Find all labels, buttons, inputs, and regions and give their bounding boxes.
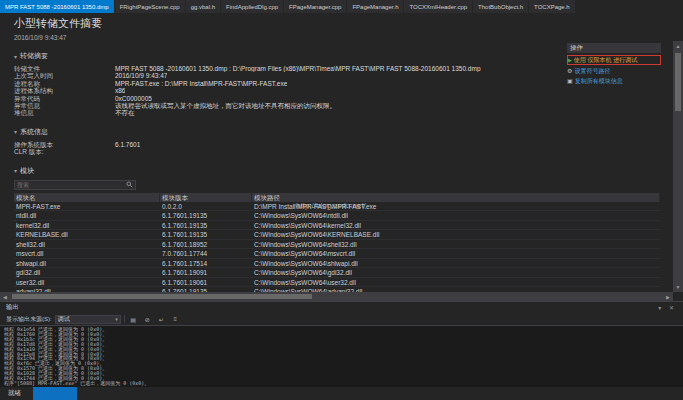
module-version-cell[interactable]: 6.1.7601.19061 xyxy=(160,278,252,288)
action-copy-module-info[interactable]: ▣ 复制所有模块信息 xyxy=(567,77,661,85)
vertical-scroll-thumb[interactable] xyxy=(675,53,681,111)
module-path-cell[interactable]: C:\Windows\SysWOW64\KERNELBASE.dll xyxy=(252,230,660,240)
page-timestamp: 2016/10/9 9:43:47 xyxy=(14,34,673,41)
tab-fpagemanager-h[interactable]: FPageManager.h xyxy=(347,0,403,13)
copy-icon: ▣ xyxy=(567,77,573,85)
system-info-section-header[interactable]: ▾ 系统信息 xyxy=(14,127,673,137)
field-label: 堆信息 xyxy=(14,109,115,116)
field-label: 异常信息 xyxy=(14,102,115,109)
summary-row-heap-info: 堆信息 不存在 xyxy=(14,109,673,116)
summary-row-exception-info: 异常信息 该线程尝试读取或写入某个虚拟地址，而它对该地址不具有相应的访问权限。 xyxy=(14,102,673,109)
output-titlebar[interactable]: 输出 ▾ ✕ xyxy=(0,302,683,313)
vertical-scrollbar[interactable]: ▲ ▼ xyxy=(673,41,683,292)
section-title: 系统信息 xyxy=(20,127,48,137)
column-header-module-version[interactable]: 模块版本 xyxy=(160,193,252,202)
tab-findapplieddlg[interactable]: FindAppliedDlg.cpp xyxy=(221,0,283,13)
csdn-watermark: http://blog.csdn.net/ xyxy=(296,201,366,210)
gear-icon: ⚙ xyxy=(567,67,572,75)
tab-ggvbal[interactable]: gg.vbal.h xyxy=(186,0,220,13)
module-name-cell[interactable]: gdi32.dll xyxy=(14,268,160,278)
output-log[interactable]: 线程 0x1e54 已退出，返回值为 0 (0x0)。 线程 0x1760 已退… xyxy=(0,326,683,387)
module-name-cell[interactable]: kernel32.dll xyxy=(14,221,160,231)
system-info-section: ▾ 系统信息 操作系统版本 6.1.7601 CLR 版本: xyxy=(14,127,673,156)
module-name-cell[interactable]: user32.dll xyxy=(14,278,160,288)
scroll-up-arrow[interactable]: ▲ xyxy=(673,41,683,51)
section-title: 转储摘要 xyxy=(20,51,48,61)
scroll-left-arrow[interactable]: ◀ xyxy=(0,292,10,301)
output-toolbar: 显示输出来源(S): 调试 ▾ ▤ ⊘ ↵ ≡ xyxy=(0,313,683,326)
field-label: 上次写入时间 xyxy=(14,72,115,79)
document-tabbar: MPR FAST 5088 -20160601 1350.dmp FRightP… xyxy=(0,0,683,13)
module-path-cell[interactable]: C:\Windows\SysWOW64\gdi32.dll xyxy=(252,268,660,278)
action-set-symbol-paths[interactable]: ⚙ 设置符号路径 xyxy=(567,67,661,75)
module-path-cell[interactable]: C:\Windows\SysWOW64\ntdll.dll xyxy=(252,211,660,221)
collapse-icon[interactable]: ▾ xyxy=(14,167,17,174)
section-title: 模块 xyxy=(20,166,34,176)
field-value: 不存在 xyxy=(115,109,135,116)
output-source-select[interactable]: 调试 ▾ xyxy=(55,315,121,324)
module-version-cell[interactable]: 6.1.7601.18952 xyxy=(160,240,252,250)
module-name-cell[interactable]: MPR-FAST.exe xyxy=(14,202,160,212)
scroll-right-arrow[interactable]: ▶ xyxy=(663,292,673,301)
field-value: MPR-FAST.exe : D:\MPR Install\MPR-FAST\M… xyxy=(115,80,287,87)
minidump-summary-page: 小型转储文件摘要 2016/10/9 9:43:47 ▾ 转储摘要 转储文件 M… xyxy=(0,13,683,301)
word-wrap-button[interactable]: ↵ xyxy=(156,315,167,324)
action-label: 设置符号路径 xyxy=(574,67,610,75)
module-path-cell[interactable]: C:\Windows\SysWOW64\shlwapi.dll xyxy=(252,259,660,269)
horizontal-scrollbar[interactable]: ◀ ▶ xyxy=(0,292,673,301)
search-icon xyxy=(126,181,133,188)
module-version-cell[interactable]: 0.0.2.0 xyxy=(160,202,252,212)
field-label: 转储文件 xyxy=(14,65,115,72)
tab-fpagemanager-cpp[interactable]: FPageManager.cpp xyxy=(284,0,346,13)
play-icon: ▶ xyxy=(568,56,572,64)
module-version-cell[interactable]: 6.1.7601.19135 xyxy=(160,230,252,240)
module-search-row xyxy=(14,180,673,190)
actions-panel-header: 操作 xyxy=(567,43,661,53)
module-path-cell[interactable]: C:\Windows\SysWOW64\kernel32.dll xyxy=(252,221,660,231)
status-bar: 就绪 xyxy=(0,387,683,400)
module-path-cell[interactable]: C:\Windows\SysWOW64\shell32.dll xyxy=(252,240,660,250)
modules-section-header[interactable]: ▾ 模块 xyxy=(14,166,673,176)
action-debug-native-only[interactable]: ▶ 使用 仅限本机 进行调试 xyxy=(567,55,661,65)
module-name-cell[interactable]: msvcrt.dll xyxy=(14,249,160,259)
field-value: 6.1.7601 xyxy=(115,141,140,148)
module-name-cell[interactable]: shell32.dll xyxy=(14,240,160,250)
module-version-cell[interactable]: 6.1.7601.19135 xyxy=(160,221,252,231)
module-search-input[interactable] xyxy=(17,182,126,188)
tab-frightpagescene[interactable]: FRightPageScene.cpp xyxy=(115,0,185,13)
module-version-cell[interactable]: 6.1.7601.19091 xyxy=(160,268,252,278)
module-search-box[interactable] xyxy=(14,180,136,190)
collapse-icon[interactable]: ▾ xyxy=(14,53,17,60)
output-panel: 输出 ▾ ✕ 显示输出来源(S): 调试 ▾ ▤ ⊘ ↵ ≡ 线程 0x1e54… xyxy=(0,301,683,387)
module-path-cell[interactable]: C:\Windows\SysWOW64\msvcrt.dll xyxy=(252,249,660,259)
module-name-cell[interactable]: KERNELBASE.dll xyxy=(14,230,160,240)
status-ready-text: 就绪 xyxy=(0,389,21,398)
tab-thotbubobject[interactable]: ThotBubObject.h xyxy=(473,0,528,13)
output-title: 输出 xyxy=(6,303,19,312)
clear-output-button[interactable]: ⊘ xyxy=(142,315,153,324)
module-version-cell[interactable]: 6.1.7601.17514 xyxy=(160,259,252,269)
field-label: 异常代码 xyxy=(14,95,115,102)
module-name-cell[interactable]: ntdll.dll xyxy=(14,211,160,221)
module-name-cell[interactable]: shlwapi.dll xyxy=(14,259,160,269)
field-value: MPR FAST 5088 -20160601 1350.dmp : D:\Pr… xyxy=(115,65,481,72)
window-menu-and-close-icons[interactable]: ▾ ✕ xyxy=(658,304,677,311)
column-header-module-name[interactable]: 模块名 xyxy=(14,193,160,202)
field-label: 进程名称 xyxy=(14,80,115,87)
find-message-button[interactable]: ▤ xyxy=(128,315,139,324)
horizontal-scroll-thumb[interactable] xyxy=(12,294,312,299)
scroll-down-arrow[interactable]: ▼ xyxy=(673,282,683,292)
tab-tocxxmlheader[interactable]: TOCXXmlHeader.cpp xyxy=(404,0,472,13)
toggle-autoscroll-button[interactable]: ≡ xyxy=(170,315,181,324)
summary-row-exception-code: 异常代码 0xC0000005 xyxy=(14,95,673,102)
tab-tocxpage[interactable]: TOCXPage.h xyxy=(529,0,575,13)
module-version-cell[interactable]: 6.1.7601.19135 xyxy=(160,211,252,221)
tab-dump-file[interactable]: MPR FAST 5088 -20160601 1350.dmp xyxy=(0,0,114,13)
module-path-cell[interactable]: C:\Windows\SysWOW64\user32.dll xyxy=(252,278,660,288)
collapse-icon[interactable]: ▾ xyxy=(14,128,17,135)
summary-row-process-architecture: 进程体系结构 x86 xyxy=(14,87,673,94)
actions-panel: 操作 ▶ 使用 仅限本机 进行调试 ⚙ 设置符号路径 ▣ 复制所有模块信息 xyxy=(567,43,661,85)
status-indicator xyxy=(33,387,77,400)
chevron-down-icon: ▾ xyxy=(115,316,118,322)
module-version-cell[interactable]: 7.0.7601.17744 xyxy=(160,249,252,259)
